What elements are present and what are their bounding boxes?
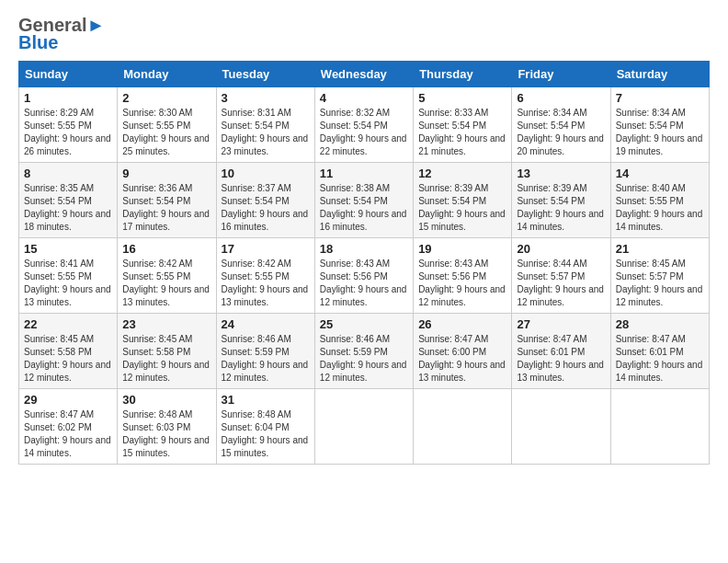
day-number: 17 bbox=[222, 242, 310, 256]
table-row: 31Sunrise: 8:48 AMSunset: 6:04 PMDayligh… bbox=[216, 389, 314, 465]
day-detail: Sunrise: 8:45 AMSunset: 5:58 PMDaylight:… bbox=[24, 333, 112, 385]
day-number: 24 bbox=[222, 317, 310, 331]
table-row: 19Sunrise: 8:43 AMSunset: 5:56 PMDayligh… bbox=[414, 238, 512, 314]
table-row: 11Sunrise: 8:38 AMSunset: 5:54 PMDayligh… bbox=[314, 163, 413, 238]
day-number: 6 bbox=[517, 91, 605, 105]
day-detail: Sunrise: 8:42 AMSunset: 5:55 PMDaylight:… bbox=[222, 258, 310, 309]
table-row: 12Sunrise: 8:39 AMSunset: 5:54 PMDayligh… bbox=[414, 163, 512, 238]
day-detail: Sunrise: 8:34 AMSunset: 5:54 PMDaylight:… bbox=[517, 107, 605, 158]
day-detail: Sunrise: 8:39 AMSunset: 5:54 PMDaylight:… bbox=[517, 182, 605, 234]
day-number: 5 bbox=[418, 91, 506, 105]
col-sunday: Sunday bbox=[19, 62, 118, 87]
header: General► Blue bbox=[18, 15, 710, 53]
day-detail: Sunrise: 8:48 AMSunset: 6:03 PMDaylight:… bbox=[122, 408, 210, 460]
table-row: 9Sunrise: 8:36 AMSunset: 5:54 PMDaylight… bbox=[118, 163, 216, 238]
day-detail: Sunrise: 8:43 AMSunset: 5:56 PMDaylight:… bbox=[320, 258, 408, 309]
table-row: 15Sunrise: 8:41 AMSunset: 5:55 PMDayligh… bbox=[19, 238, 118, 314]
day-number: 31 bbox=[222, 393, 310, 407]
table-row: 3Sunrise: 8:31 AMSunset: 5:54 PMDaylight… bbox=[216, 87, 314, 163]
col-saturday: Saturday bbox=[610, 62, 709, 87]
day-number: 7 bbox=[616, 91, 704, 105]
day-detail: Sunrise: 8:40 AMSunset: 5:55 PMDaylight:… bbox=[616, 182, 704, 234]
table-row: 7Sunrise: 8:34 AMSunset: 5:54 PMDaylight… bbox=[610, 87, 709, 163]
day-detail: Sunrise: 8:48 AMSunset: 6:04 PMDaylight:… bbox=[222, 408, 310, 460]
day-number: 10 bbox=[222, 167, 310, 180]
table-row bbox=[314, 389, 413, 465]
day-detail: Sunrise: 8:29 AMSunset: 5:55 PMDaylight:… bbox=[24, 107, 112, 158]
table-row: 6Sunrise: 8:34 AMSunset: 5:54 PMDaylight… bbox=[512, 87, 610, 163]
table-row bbox=[512, 389, 610, 465]
calendar-week-row: 22Sunrise: 8:45 AMSunset: 5:58 PMDayligh… bbox=[19, 314, 710, 389]
calendar-week-row: 15Sunrise: 8:41 AMSunset: 5:55 PMDayligh… bbox=[19, 238, 710, 314]
day-detail: Sunrise: 8:31 AMSunset: 5:54 PMDaylight:… bbox=[222, 107, 310, 158]
day-number: 26 bbox=[418, 317, 506, 331]
table-row: 10Sunrise: 8:37 AMSunset: 5:54 PMDayligh… bbox=[216, 163, 314, 238]
day-detail: Sunrise: 8:41 AMSunset: 5:55 PMDaylight:… bbox=[24, 258, 112, 309]
day-detail: Sunrise: 8:32 AMSunset: 5:54 PMDaylight:… bbox=[320, 107, 408, 158]
table-row: 22Sunrise: 8:45 AMSunset: 5:58 PMDayligh… bbox=[19, 314, 118, 389]
day-number: 23 bbox=[122, 317, 210, 331]
day-number: 3 bbox=[222, 91, 310, 105]
day-number: 1 bbox=[24, 91, 112, 105]
day-detail: Sunrise: 8:36 AMSunset: 5:54 PMDaylight:… bbox=[122, 182, 210, 234]
day-number: 27 bbox=[517, 317, 605, 331]
logo-blue-text: Blue bbox=[18, 32, 105, 53]
col-monday: Monday bbox=[118, 62, 216, 87]
day-detail: Sunrise: 8:47 AMSunset: 6:00 PMDaylight:… bbox=[418, 333, 506, 385]
day-number: 28 bbox=[616, 317, 704, 331]
table-row: 14Sunrise: 8:40 AMSunset: 5:55 PMDayligh… bbox=[610, 163, 709, 238]
table-row: 25Sunrise: 8:46 AMSunset: 5:59 PMDayligh… bbox=[314, 314, 413, 389]
day-number: 13 bbox=[517, 167, 605, 180]
table-row: 16Sunrise: 8:42 AMSunset: 5:55 PMDayligh… bbox=[118, 238, 216, 314]
table-row: 27Sunrise: 8:47 AMSunset: 6:01 PMDayligh… bbox=[512, 314, 610, 389]
day-detail: Sunrise: 8:39 AMSunset: 5:54 PMDaylight:… bbox=[418, 182, 506, 234]
calendar-header-row: Sunday Monday Tuesday Wednesday Thursday… bbox=[19, 62, 710, 87]
col-friday: Friday bbox=[512, 62, 610, 87]
day-number: 30 bbox=[122, 393, 210, 407]
calendar-week-row: 29Sunrise: 8:47 AMSunset: 6:02 PMDayligh… bbox=[19, 389, 710, 465]
calendar-week-row: 8Sunrise: 8:35 AMSunset: 5:54 PMDaylight… bbox=[19, 163, 710, 238]
day-number: 12 bbox=[418, 167, 506, 180]
day-detail: Sunrise: 8:34 AMSunset: 5:54 PMDaylight:… bbox=[616, 107, 704, 158]
day-number: 2 bbox=[122, 91, 210, 105]
day-detail: Sunrise: 8:43 AMSunset: 5:56 PMDaylight:… bbox=[418, 258, 506, 309]
day-number: 29 bbox=[24, 393, 112, 407]
day-number: 15 bbox=[24, 242, 112, 256]
day-number: 21 bbox=[616, 242, 704, 256]
day-detail: Sunrise: 8:35 AMSunset: 5:54 PMDaylight:… bbox=[24, 182, 112, 234]
table-row: 13Sunrise: 8:39 AMSunset: 5:54 PMDayligh… bbox=[512, 163, 610, 238]
table-row: 18Sunrise: 8:43 AMSunset: 5:56 PMDayligh… bbox=[314, 238, 413, 314]
day-detail: Sunrise: 8:46 AMSunset: 5:59 PMDaylight:… bbox=[222, 333, 310, 385]
table-row: 24Sunrise: 8:46 AMSunset: 5:59 PMDayligh… bbox=[216, 314, 314, 389]
day-detail: Sunrise: 8:38 AMSunset: 5:54 PMDaylight:… bbox=[320, 182, 408, 234]
day-detail: Sunrise: 8:46 AMSunset: 5:59 PMDaylight:… bbox=[320, 333, 408, 385]
day-detail: Sunrise: 8:37 AMSunset: 5:54 PMDaylight:… bbox=[222, 182, 310, 234]
day-detail: Sunrise: 8:44 AMSunset: 5:57 PMDaylight:… bbox=[517, 258, 605, 309]
day-detail: Sunrise: 8:47 AMSunset: 6:01 PMDaylight:… bbox=[517, 333, 605, 385]
table-row: 29Sunrise: 8:47 AMSunset: 6:02 PMDayligh… bbox=[19, 389, 118, 465]
day-detail: Sunrise: 8:30 AMSunset: 5:55 PMDaylight:… bbox=[122, 107, 210, 158]
day-detail: Sunrise: 8:33 AMSunset: 5:54 PMDaylight:… bbox=[418, 107, 506, 158]
table-row: 4Sunrise: 8:32 AMSunset: 5:54 PMDaylight… bbox=[314, 87, 413, 163]
table-row: 23Sunrise: 8:45 AMSunset: 5:58 PMDayligh… bbox=[118, 314, 216, 389]
day-number: 16 bbox=[122, 242, 210, 256]
calendar-table: Sunday Monday Tuesday Wednesday Thursday… bbox=[18, 61, 710, 465]
day-number: 8 bbox=[24, 167, 112, 180]
day-number: 11 bbox=[320, 167, 408, 180]
table-row: 2Sunrise: 8:30 AMSunset: 5:55 PMDaylight… bbox=[118, 87, 216, 163]
table-row: 20Sunrise: 8:44 AMSunset: 5:57 PMDayligh… bbox=[512, 238, 610, 314]
day-number: 14 bbox=[616, 167, 704, 180]
col-thursday: Thursday bbox=[414, 62, 512, 87]
day-number: 19 bbox=[418, 242, 506, 256]
table-row: 17Sunrise: 8:42 AMSunset: 5:55 PMDayligh… bbox=[216, 238, 314, 314]
day-detail: Sunrise: 8:42 AMSunset: 5:55 PMDaylight:… bbox=[122, 258, 210, 309]
day-number: 18 bbox=[320, 242, 408, 256]
col-tuesday: Tuesday bbox=[216, 62, 314, 87]
calendar-week-row: 1Sunrise: 8:29 AMSunset: 5:55 PMDaylight… bbox=[19, 87, 710, 163]
col-wednesday: Wednesday bbox=[314, 62, 413, 87]
logo: General► Blue bbox=[18, 15, 105, 53]
table-row: 28Sunrise: 8:47 AMSunset: 6:01 PMDayligh… bbox=[610, 314, 709, 389]
page: General► Blue Sunday Monday Tuesday Wedn… bbox=[0, 0, 728, 563]
day-number: 22 bbox=[24, 317, 112, 331]
table-row: 5Sunrise: 8:33 AMSunset: 5:54 PMDaylight… bbox=[414, 87, 512, 163]
